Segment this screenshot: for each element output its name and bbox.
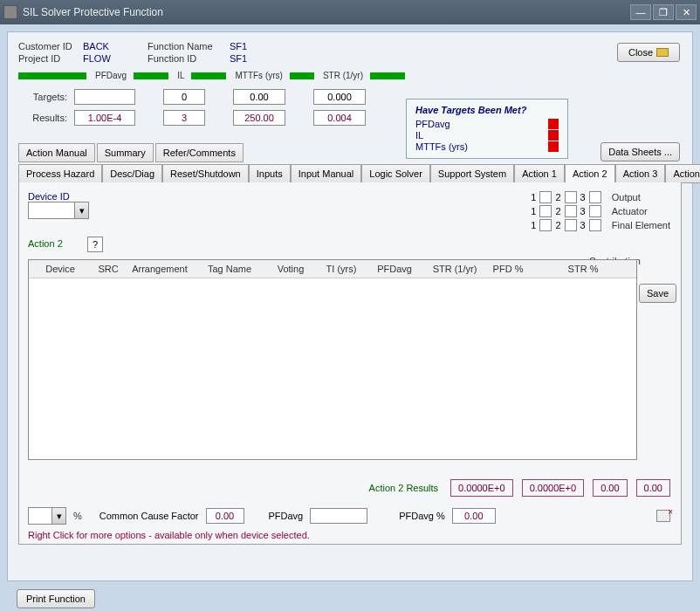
grid-header: TI (yrs) xyxy=(317,260,366,278)
chip-delete-icon[interactable] xyxy=(656,510,670,522)
str-bar2 xyxy=(370,72,405,79)
target-str-input[interactable] xyxy=(313,89,366,105)
tab-support-system[interactable]: Support System xyxy=(430,164,514,183)
result-mttf-input[interactable] xyxy=(233,110,285,126)
ccf-label: Common Cause Factor xyxy=(100,511,199,521)
customer-id-label: Customer ID xyxy=(18,41,79,51)
tab-action-4[interactable]: Action 4 xyxy=(665,164,700,183)
customer-id-value: BACK xyxy=(83,41,144,51)
result-box-2: 0.00 xyxy=(593,479,627,497)
vote-checkbox[interactable] xyxy=(539,191,552,203)
grid-header: Arrangement xyxy=(125,260,195,278)
targets-label: Targets: xyxy=(18,92,71,102)
minimize-button[interactable]: — xyxy=(630,4,651,20)
function-name-label: Function Name xyxy=(148,41,226,51)
ccf-pfdavg-label: PFDavg xyxy=(269,511,304,521)
vote-checkbox[interactable] xyxy=(589,205,601,217)
ccf-pfdavg-pct-input[interactable] xyxy=(452,508,496,524)
tab-summary[interactable]: Summary xyxy=(97,143,154,162)
ccf-pfdavg-input[interactable] xyxy=(310,508,367,524)
close-button[interactable]: Close xyxy=(617,43,680,62)
tab-process-hazard[interactable]: Process Hazard xyxy=(18,164,102,183)
tm-il-indicator xyxy=(548,130,559,141)
ccf-input[interactable] xyxy=(206,508,244,524)
result-il-input[interactable] xyxy=(163,110,205,126)
vote-checkbox[interactable] xyxy=(565,219,577,231)
function-name-value: SF1 xyxy=(230,41,282,51)
vote-num: 1 xyxy=(531,192,536,203)
tab-reset-shutdown[interactable]: Reset/Shutdown xyxy=(162,164,249,183)
tab-action-1[interactable]: Action 1 xyxy=(514,164,565,183)
vote-checkbox[interactable] xyxy=(589,191,601,203)
vote-num: 1 xyxy=(531,220,536,230)
vote-num: 2 xyxy=(555,192,560,203)
vote-num: 1 xyxy=(531,206,536,216)
tm-pfdavg-label: PFDavg xyxy=(415,119,450,129)
ccf-pfdavg-pct-label: PFDavg % xyxy=(399,511,445,521)
targets-met-title: Have Targets Been Met? xyxy=(415,105,559,115)
close-button-label: Close xyxy=(628,47,653,58)
grid-header: Voting xyxy=(264,260,317,278)
vote-num: 3 xyxy=(580,192,586,203)
percent-sign: % xyxy=(73,511,82,521)
pfdavg-metric-label: PFDavg xyxy=(92,71,128,80)
hint-text: Right Click for more options - available… xyxy=(28,530,310,540)
vote-checkbox[interactable] xyxy=(539,205,552,217)
result-box-3: 0.00 xyxy=(636,479,670,497)
grid-header: Device xyxy=(29,260,92,278)
action-results-label: Action 2 Results xyxy=(369,483,438,493)
vote-row-label: Actuator xyxy=(605,206,670,216)
target-mttf-input[interactable] xyxy=(233,89,285,105)
tab-input-manual[interactable]: Input Manual xyxy=(291,164,362,183)
save-button[interactable]: Save xyxy=(639,284,676,303)
result-box-0: 0.0000E+0 xyxy=(450,479,513,497)
vote-checkbox[interactable] xyxy=(589,219,601,231)
tab-body: Device ID ▾ 123Output123Actuator123Final… xyxy=(18,182,682,545)
print-function-button[interactable]: Print Function xyxy=(17,589,95,608)
tab-action-2[interactable]: Action 2 xyxy=(565,164,615,183)
target-pfdavg-input[interactable] xyxy=(74,89,135,105)
function-id-label: Function ID xyxy=(148,53,226,64)
tm-mttfs-indicator xyxy=(548,141,559,152)
tab-desc-diag[interactable]: Desc/Diag xyxy=(102,164,162,183)
tab-action-manual[interactable]: Action Manual xyxy=(18,143,95,162)
vote-row-label: Output xyxy=(605,192,670,203)
titlebar-close-button[interactable]: ✕ xyxy=(676,4,697,20)
grid-header: STR % xyxy=(530,260,636,278)
chevron-down-icon: ▾ xyxy=(74,203,88,218)
tab-logic-solver[interactable]: Logic Solver xyxy=(361,164,430,183)
data-sheets-button[interactable]: Data Sheets ... xyxy=(600,142,680,161)
device-id-label: Device ID xyxy=(28,191,89,202)
str-bar xyxy=(290,72,314,79)
result-str-input[interactable] xyxy=(313,110,366,126)
project-id-value: FLOW xyxy=(83,53,144,64)
folder-icon xyxy=(656,48,669,57)
tab-refer-comments[interactable]: Refer/Comments xyxy=(155,143,244,162)
vote-num: 3 xyxy=(580,206,586,216)
tm-pfdavg-indicator xyxy=(548,119,559,129)
vote-num: 2 xyxy=(555,220,560,230)
titlebar: SIL Solver Protective Function — ❐ ✕ xyxy=(0,0,700,24)
str-metric-label: STR (1/yr) xyxy=(319,71,365,80)
result-pfdavg-input[interactable] xyxy=(74,110,135,126)
target-il-input[interactable] xyxy=(163,89,205,105)
device-grid[interactable]: DeviceSRCArrangementTag NameVotingTI (yr… xyxy=(28,259,637,460)
vote-checkbox[interactable] xyxy=(565,191,577,203)
tm-mttfs-label: MTTFs (yrs) xyxy=(415,141,468,152)
targets-met-box: Have Targets Been Met? PFDavg IL MTTFs (… xyxy=(406,99,568,159)
tab-action-3[interactable]: Action 3 xyxy=(615,164,666,183)
window-title: SIL Solver Protective Function xyxy=(23,6,628,18)
metric-bars: PFDavg IL MTTFs (yrs) STR (1/yr) xyxy=(18,71,682,80)
il-bar xyxy=(134,72,168,79)
vote-checkbox[interactable] xyxy=(565,205,577,217)
device-id-combo[interactable]: ▾ xyxy=(28,202,89,219)
function-id-value: SF1 xyxy=(230,53,282,64)
ccf-combo[interactable]: ▾ xyxy=(28,507,66,525)
grid-header: PFDavg xyxy=(366,260,423,278)
tab-inputs[interactable]: Inputs xyxy=(249,164,291,183)
grid-header: PFD % xyxy=(486,260,530,278)
maximize-button[interactable]: ❐ xyxy=(653,4,674,20)
help-button[interactable]: ? xyxy=(87,237,103,252)
vote-num: 3 xyxy=(580,220,586,230)
vote-checkbox[interactable] xyxy=(539,219,552,231)
